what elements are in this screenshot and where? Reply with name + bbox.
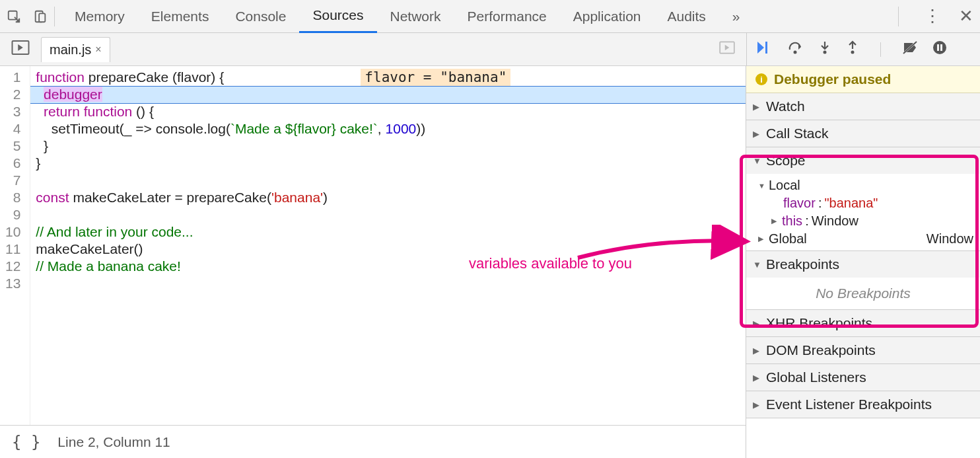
debugger-sidebar: i Debugger paused ▶Watch ▶Call Stack ▼Sc…	[746, 66, 980, 458]
tab-sources[interactable]: Sources	[299, 0, 376, 33]
svg-rect-2	[39, 13, 45, 22]
close-tab-icon[interactable]: ×	[95, 44, 101, 56]
pretty-print-icon[interactable]: { }	[12, 433, 40, 451]
deactivate-breakpoints-icon[interactable]	[902, 40, 918, 58]
callstack-section[interactable]: ▶Call Stack	[746, 120, 980, 147]
no-breakpoints-label: No Breakpoints	[746, 278, 980, 309]
tab-memory[interactable]: Memory	[61, 0, 138, 33]
cursor-position: Line 2, Column 11	[57, 434, 170, 450]
step-over-icon[interactable]	[788, 40, 804, 58]
step-into-icon[interactable]	[818, 40, 831, 58]
watch-section[interactable]: ▶Watch	[746, 93, 980, 120]
more-tabs-icon[interactable]: »	[719, 0, 753, 33]
svg-point-7	[823, 51, 827, 54]
paused-banner: i Debugger paused	[746, 66, 980, 93]
dom-breakpoints-section[interactable]: ▶DOM Breakpoints	[746, 337, 980, 363]
tab-console[interactable]: Console	[222, 0, 299, 33]
svg-point-6	[794, 51, 797, 54]
scope-local[interactable]: ▼Local	[746, 176, 980, 194]
scope-var-this[interactable]: ▶this: Window	[746, 212, 980, 230]
scope-global[interactable]: ▶GlobalWindow	[746, 230, 980, 248]
file-tab-label: main.js	[50, 42, 91, 57]
pause-exceptions-icon[interactable]	[932, 40, 947, 58]
file-tab-main-js[interactable]: main.js ×	[41, 37, 110, 62]
navigator-toggle-icon[interactable]	[0, 38, 41, 61]
svg-point-11	[933, 41, 946, 54]
resume-icon[interactable]	[756, 40, 773, 58]
line-gutter: 1 2 3 4 5 6 7 8 9 10 11 12 13	[0, 66, 30, 425]
breakpoints-section[interactable]: ▼Breakpoints	[746, 251, 980, 278]
separator	[880, 42, 881, 57]
tab-performance[interactable]: Performance	[454, 0, 560, 33]
tab-elements[interactable]: Elements	[138, 0, 223, 33]
tab-network[interactable]: Network	[377, 0, 454, 33]
svg-rect-5	[765, 42, 767, 54]
status-bar: { } Line 2, Column 11	[0, 425, 746, 458]
event-listener-breakpoints-section[interactable]: ▶Event Listener Breakpoints	[746, 391, 980, 418]
svg-rect-12	[937, 44, 939, 51]
code-editor[interactable]: 1 2 3 4 5 6 7 8 9 10 11 12 13 flavor = "…	[0, 66, 746, 458]
svg-rect-13	[940, 44, 942, 51]
step-out-icon[interactable]	[846, 40, 859, 58]
run-snippet-icon[interactable]	[718, 39, 736, 59]
scope-section[interactable]: ▼Scope	[746, 147, 980, 174]
file-tab-bar: main.js ×	[0, 33, 980, 66]
separator	[898, 7, 899, 26]
info-icon: i	[755, 73, 767, 85]
close-icon[interactable]: ✕	[959, 6, 973, 26]
tab-application[interactable]: Application	[560, 0, 654, 33]
global-listeners-section[interactable]: ▶Global Listeners	[746, 364, 980, 391]
tab-audits[interactable]: Audits	[654, 0, 718, 33]
inspect-icon[interactable]	[7, 9, 21, 24]
device-toggle-icon[interactable]	[33, 9, 48, 24]
devtools-tab-bar: Memory Elements Console Sources Network …	[0, 0, 980, 33]
scope-var-flavor[interactable]: flavor: "banana"	[746, 194, 980, 212]
svg-point-8	[851, 51, 855, 54]
separator	[54, 7, 55, 26]
kebab-menu-icon[interactable]: ⋮	[924, 6, 940, 26]
xhr-breakpoints-section[interactable]: ▶XHR Breakpoints	[746, 310, 980, 336]
